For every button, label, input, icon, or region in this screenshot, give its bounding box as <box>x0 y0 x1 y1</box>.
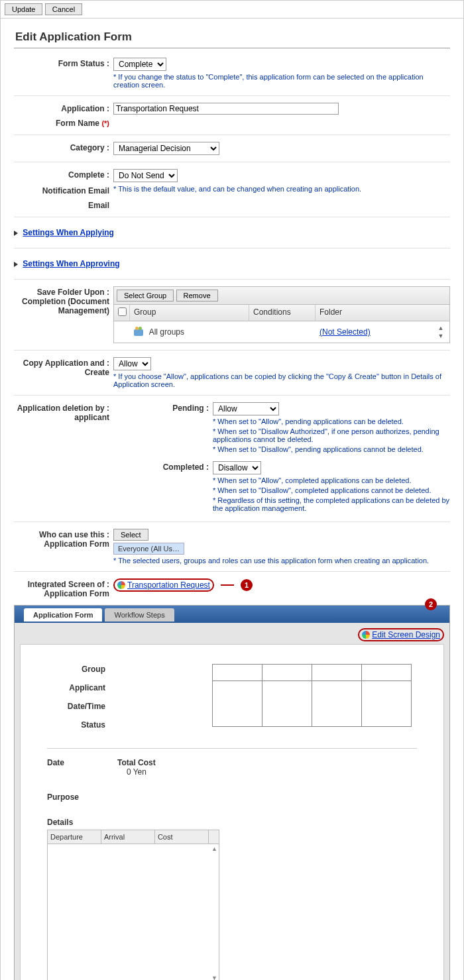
scroll-up-icon[interactable]: ▲ <box>211 845 217 852</box>
pending-label: Pending : <box>113 402 213 413</box>
chevron-right-icon <box>14 231 18 236</box>
form-status-hint: * If you change the status to "Complete"… <box>113 73 450 89</box>
row-group: All groups <box>149 327 184 337</box>
scroll-down-icon[interactable]: ▼ <box>211 975 217 980</box>
update-button-top[interactable]: Update <box>5 3 42 15</box>
preview-purpose-label: Purpose <box>47 792 417 802</box>
application-input[interactable] <box>113 103 339 115</box>
tab-workflow-steps[interactable]: Workflow Steps <box>105 608 174 622</box>
row-folder-link[interactable]: (Not Selected) <box>319 327 371 337</box>
preview-group-label: Group <box>47 665 113 674</box>
chevron-right-icon <box>14 262 18 267</box>
integrated-label: Integrated Screen of : Application Form <box>14 578 113 598</box>
settings-approving-link[interactable]: Settings When Approving <box>23 259 119 268</box>
form-name-label: Form Name (*) <box>14 117 113 128</box>
callout-2: 2 <box>425 598 437 610</box>
preview-datetime-label: Date/Time <box>47 702 113 711</box>
cancel-button-top[interactable]: Cancel <box>45 3 82 15</box>
table-row: All groups (Not Selected) ▲ ▼ <box>114 321 449 343</box>
notification-email-label: Notification Email <box>14 185 113 195</box>
pending-select[interactable]: Allow <box>213 402 279 415</box>
group-icon <box>134 329 143 336</box>
select-group-button[interactable]: Select Group <box>117 290 174 301</box>
app-link-icon <box>117 581 125 589</box>
copy-app-select[interactable]: Allow <box>113 357 151 370</box>
select-all-checkbox[interactable] <box>118 307 127 316</box>
preview-total-cost-label: Total Cost <box>117 758 156 767</box>
who-can-use-hint: * The selected users, groups and roles c… <box>113 557 450 565</box>
move-up-icon[interactable]: ▲ <box>437 325 445 331</box>
category-select[interactable]: Managerial Decision <box>113 142 219 155</box>
select-button[interactable]: Select <box>113 529 148 541</box>
col-folder: Folder <box>316 305 449 321</box>
copy-app-label: Copy Application and : Create <box>14 357 113 377</box>
completed-label: Completed : <box>113 461 213 472</box>
copy-app-hint: * If you choose "Allow", applications ca… <box>113 372 450 388</box>
who-can-use-label: Who can use this : Application Form <box>14 529 113 549</box>
integrated-link[interactable]: Transportation Request <box>127 580 210 590</box>
col-conditions: Conditions <box>249 305 316 321</box>
complete-label: Complete : <box>14 169 113 180</box>
preview-details-label: Details <box>47 818 417 827</box>
application-label: Application : <box>14 103 113 113</box>
preview-total-cost-value: 0 Yen <box>117 767 156 777</box>
details-table: Departure Arrival Cost <box>47 830 219 844</box>
preview-date-label: Date <box>47 758 64 767</box>
move-down-icon[interactable]: ▼ <box>437 333 445 339</box>
settings-applying-link[interactable]: Settings When Applying <box>23 228 114 237</box>
page-title: Edit Application Form <box>15 30 449 44</box>
remove-button[interactable]: Remove <box>176 290 218 301</box>
callout-1: 1 <box>241 579 253 591</box>
preview-grid <box>213 665 412 727</box>
preview-status-label: Status <box>47 720 113 730</box>
save-folder-label: Save Folder Upon : Completion (Document … <box>14 286 113 315</box>
form-status-select[interactable]: Complete <box>113 58 166 71</box>
form-status-label: Form Status : <box>14 58 113 68</box>
who-can-use-chip[interactable]: Everyone (All Us… <box>113 543 184 555</box>
complete-select[interactable]: Do Not Send <box>113 169 178 182</box>
notification-email-hint: * This is the default value, and can be … <box>113 185 450 193</box>
tab-application-form[interactable]: Application Form <box>24 608 102 622</box>
completed-select[interactable]: Disallow <box>213 461 261 474</box>
col-group: Group <box>130 305 249 321</box>
app-link-icon <box>362 631 370 639</box>
deletion-label: Application deletion by : applicant <box>14 402 113 422</box>
edit-screen-design-link[interactable]: Edit Screen Design <box>372 630 440 639</box>
preview-applicant-label: Applicant <box>47 683 113 692</box>
category-label: Category : <box>14 142 113 152</box>
